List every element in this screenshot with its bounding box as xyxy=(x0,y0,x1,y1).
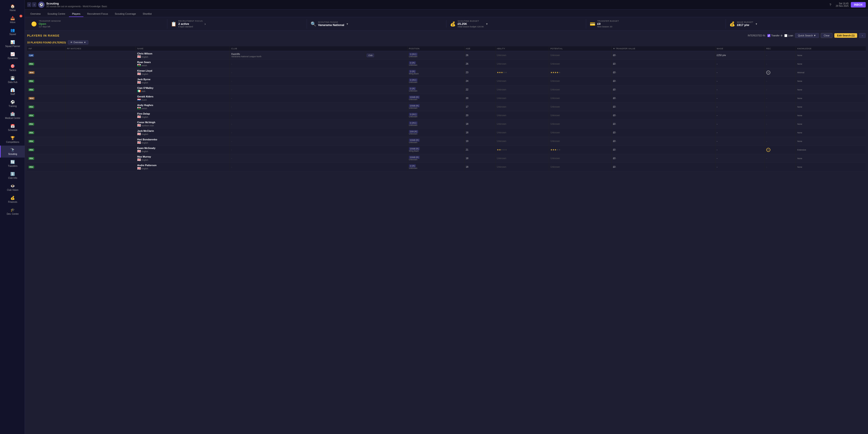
tab-scouting-centre[interactable]: Scouting Centre xyxy=(44,11,68,17)
sidebar-item-squad[interactable]: 👥Squad xyxy=(0,26,25,38)
transfer-checkbox[interactable] xyxy=(767,34,770,37)
player-name[interactable]: Cian O'Malley xyxy=(137,87,228,89)
player-name[interactable]: Max Murray xyxy=(137,155,228,158)
overview-button[interactable]: 👁 Overview ▼ xyxy=(68,40,89,44)
cell-club: - xyxy=(230,68,408,77)
sidebar-item-scouting[interactable]: 🔭Scouting xyxy=(0,146,25,158)
table-row[interactable]: F/A Ewan McGeady 🏴󠁧󠁢󠁥󠁮󠁧󠁿English - D/WB (… xyxy=(27,146,866,154)
tab-shortlist[interactable]: Shortlist xyxy=(140,11,155,17)
cell-name[interactable]: Kieran Lloyd 🏴󠁧󠁢󠁥󠁮󠁧󠁿English xyxy=(135,68,230,77)
inbox-button[interactable]: INBOX xyxy=(851,2,866,7)
cell-rf xyxy=(66,163,136,171)
inf-badge: F/A xyxy=(29,105,34,108)
quick-search-button[interactable]: Quick Search ▼ xyxy=(795,33,819,38)
player-name[interactable]: Ewan McGeady xyxy=(137,147,228,149)
sidebar-item-home[interactable]: 🏠Home xyxy=(0,2,25,14)
player-name[interactable]: Jack McClarin xyxy=(137,129,228,132)
cell-ability: Unknown xyxy=(495,120,549,128)
club-name[interactable]: Radcliffe xyxy=(231,53,364,55)
table-row[interactable]: F/A Andy Hughes 🏴󠁧󠁢󠁷󠁬󠁳󠁿Welsh - D/WB (R) … xyxy=(27,103,866,111)
cell-name[interactable]: Conor McVeigh 🏴󠁧󠁢󠁥󠁮󠁧󠁿Northern Irish xyxy=(135,120,230,128)
sidebar-item-club-vision[interactable]: 👁️Club Vision xyxy=(0,182,25,193)
ability-star: ★ xyxy=(497,71,499,74)
table-row[interactable]: Wnt Gerald Alders 🇳🇱Dutch - D/WB (R) Unk… xyxy=(27,94,866,103)
cell-name[interactable]: Ryan Sears 🏴󠁧󠁢󠁷󠁬󠁳󠁿Welsh xyxy=(135,60,230,68)
transfer-checkbox-wrap[interactable]: Transfer ⚙ xyxy=(767,34,782,37)
recruitment-arrow[interactable]: › xyxy=(205,22,206,26)
table-row[interactable]: F/A Max Murray 🏴󠁧󠁢󠁥󠁮󠁧󠁿English - D/WB (R)… xyxy=(27,154,866,163)
player-name[interactable]: Gerald Alders xyxy=(137,95,228,98)
table-row[interactable]: Lnt Chris Wilson 🏴󠁧󠁢󠁥󠁮󠁧󠁿English Radcliff… xyxy=(27,51,866,60)
player-name[interactable]: Andy Hughes xyxy=(137,104,228,106)
tab-recruitment-focus[interactable]: Recruitment Focus xyxy=(84,11,111,17)
cell-position: D (R) Unknown xyxy=(407,163,464,171)
back-button[interactable]: ‹ xyxy=(27,2,31,7)
cell-name[interactable]: Finn Delap 🏴󠁧󠁢󠁥󠁮󠁧󠁿English xyxy=(135,111,230,120)
player-name[interactable]: Kieran Lloyd xyxy=(137,69,228,72)
sidebar-item-club-info[interactable]: ℹ️Club Info xyxy=(0,169,25,182)
clear-button[interactable]: Clear xyxy=(821,33,833,38)
table-row[interactable]: F/A Conor McVeigh 🏴󠁧󠁢󠁥󠁮󠁧󠁿Northern Irish … xyxy=(27,120,866,128)
cell-name[interactable]: Max Murray 🏴󠁧󠁢󠁥󠁮󠁧󠁿English xyxy=(135,154,230,163)
tab-players[interactable]: Players xyxy=(69,11,84,17)
cell-name[interactable]: Hari Bondarenko 🏴󠁧󠁢󠁥󠁮󠁧󠁿English xyxy=(135,137,230,146)
expand-button[interactable]: › xyxy=(859,33,866,38)
table-row[interactable]: F/A Cian O'Malley 🇮🇪Irish - D (R) Unknow… xyxy=(27,86,866,94)
tab-scouting-coverage[interactable]: Scouting Coverage xyxy=(112,11,139,17)
player-name[interactable]: Conor McVeigh xyxy=(137,121,228,124)
help-button[interactable]: ? xyxy=(829,3,831,6)
cell-name[interactable]: Jack Byrne 🏴󠁧󠁢󠁥󠁮󠁧󠁿English xyxy=(135,77,230,86)
table-row[interactable]: F/A Finn Delap 🏴󠁧󠁢󠁥󠁮󠁧󠁿English - D (RC) U… xyxy=(27,111,866,120)
table-row[interactable]: F/A Jack Byrne 🏴󠁧󠁢󠁥󠁮󠁧󠁿English - D (RC) U… xyxy=(27,77,866,86)
cell-club-btn[interactable]: Club xyxy=(365,51,407,60)
tab-overview[interactable]: Overview xyxy=(27,11,44,17)
sidebar-item-schedule[interactable]: 📅Schedule xyxy=(0,122,25,133)
player-name[interactable]: Andre Patterson xyxy=(137,164,228,166)
scouting-budget-dropdown[interactable]: ▼ xyxy=(486,23,488,25)
sidebar-item-finances[interactable]: 💰Finances xyxy=(0,193,25,206)
sidebar-item-tactics[interactable]: 🎯Tactics xyxy=(0,62,25,74)
cell-name[interactable]: Gerald Alders 🇳🇱Dutch xyxy=(135,94,230,103)
sidebar-item-training[interactable]: ⚽Training xyxy=(0,98,25,110)
wage-budget-dropdown[interactable]: ▼ xyxy=(755,23,758,25)
table-row[interactable]: F/A Jack McClarin 🏴󠁧󠁢󠁥󠁮󠁧󠁿English - D/M (… xyxy=(27,128,866,137)
flag-icon: 🏴󠁧󠁢󠁥󠁮󠁧󠁿 xyxy=(137,55,141,58)
nationality-text: Dutch xyxy=(142,99,147,101)
forward-button[interactable]: › xyxy=(32,2,36,7)
club-button[interactable]: Club xyxy=(367,54,374,57)
cell-name[interactable]: Jack McClarin 🏴󠁧󠁢󠁥󠁮󠁧󠁿English xyxy=(135,128,230,137)
cell-name[interactable]: Ewan McGeady 🏴󠁧󠁢󠁥󠁮󠁧󠁿English xyxy=(135,146,230,154)
ability-unknown: Unknown xyxy=(497,140,506,143)
table-row[interactable]: Wnt Kieran Lloyd 🏴󠁧󠁢󠁥󠁮󠁧󠁿English - D (R) … xyxy=(27,68,866,77)
player-name[interactable]: Chris Wilson xyxy=(137,52,228,55)
sidebar-item-dynamics[interactable]: 📈Dynamics xyxy=(0,50,25,62)
cell-inf: F/A xyxy=(27,146,66,154)
cell-rf xyxy=(66,154,136,163)
loan-checkbox[interactable] xyxy=(784,34,787,37)
sidebar-item-staff[interactable]: 👔Staff xyxy=(0,86,25,98)
cell-name[interactable]: Chris Wilson 🏴󠁧󠁢󠁥󠁮󠁧󠁿English xyxy=(135,51,230,60)
table-row[interactable]: F/A Ryan Sears 🏴󠁧󠁢󠁷󠁬󠁳󠁿Welsh - D (R) Unkn… xyxy=(27,60,866,68)
loan-checkbox-wrap[interactable]: Loan xyxy=(784,34,793,37)
table-row[interactable]: F/A Hari Bondarenko 🏴󠁧󠁢󠁥󠁮󠁧󠁿English - D/W… xyxy=(27,137,866,146)
cell-name[interactable]: Cian O'Malley 🇮🇪Irish xyxy=(135,86,230,94)
player-name[interactable]: Jack Byrne xyxy=(137,78,228,81)
cell-name[interactable]: Andre Patterson 🏴󠁧󠁢󠁥󠁮󠁧󠁿English xyxy=(135,163,230,171)
sidebar-item-competitions[interactable]: 🏆Competitions xyxy=(0,133,25,146)
sidebar-item-data-hub[interactable]: 💾Data Hub xyxy=(0,74,25,86)
tv-dash: - xyxy=(616,166,617,168)
cell-wage: - xyxy=(715,120,765,128)
cell-name[interactable]: Andy Hughes 🏴󠁧󠁢󠁷󠁬󠁳󠁿Welsh xyxy=(135,103,230,111)
sidebar-item-medical[interactable]: 🏥Medical Centre xyxy=(0,110,25,122)
cell-wage: - xyxy=(715,154,765,163)
sidebar-item-squad-planner[interactable]: 📊Squad Planner xyxy=(0,38,25,50)
player-name[interactable]: Ryan Sears xyxy=(137,61,228,64)
edit-search-button[interactable]: Edit Search (1) xyxy=(834,33,857,38)
player-name[interactable]: Hari Bondarenko xyxy=(137,138,228,141)
sidebar-item-transfers[interactable]: 🔄Transfers xyxy=(0,158,25,169)
table-row[interactable]: F/A Andre Patterson 🏴󠁧󠁢󠁥󠁮󠁧󠁿English - D (… xyxy=(27,163,866,171)
player-name[interactable]: Finn Delap xyxy=(137,112,228,115)
sidebar-item-dev-centre[interactable]: 🎓Dev. Centre xyxy=(0,206,25,217)
scouting-range-dropdown[interactable]: ▼ xyxy=(346,23,348,25)
transfer-settings-icon[interactable]: ⚙ xyxy=(780,34,782,37)
